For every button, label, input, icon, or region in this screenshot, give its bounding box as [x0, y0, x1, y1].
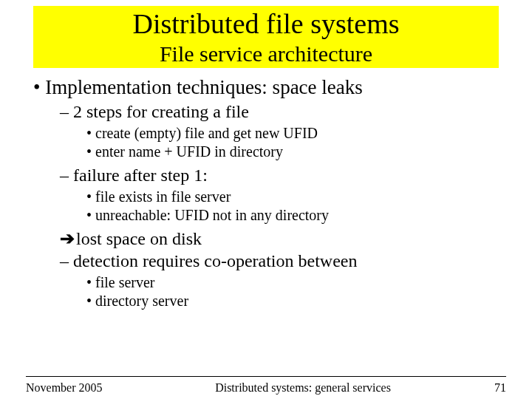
bullet-level3: file exists in file server: [86, 188, 499, 206]
footer-center: Distributed systems: general services: [144, 381, 462, 395]
bullet-level1: Implementation techniques: space leaks: [33, 75, 499, 100]
slide: Distributed file systems File service ar…: [0, 6, 532, 399]
page-number: 71: [462, 381, 506, 395]
bullet-level3: file server: [86, 273, 499, 292]
bullet-level3: create (empty) file and get new UFID: [86, 124, 499, 143]
bullet-level2: detection requires co-operation between: [60, 250, 499, 272]
footer-date: November 2005: [26, 381, 144, 395]
bullet-level3: directory server: [86, 292, 499, 310]
slide-subtitle: File service architecture: [33, 41, 499, 67]
bullet-level3: enter name + UFID in directory: [86, 143, 499, 161]
slide-title: Distributed file systems: [33, 9, 499, 40]
bullet-level2: failure after step 1:: [60, 164, 499, 186]
footer-row: November 2005 Distributed systems: gener…: [26, 381, 506, 395]
bullet-level2: 2 steps for creating a file: [60, 100, 499, 123]
footer-rule: [26, 376, 506, 377]
bullet-level2-arrow: lost space on disk: [60, 228, 499, 250]
bullet-level3: unreachable: UFID not in any directory: [86, 206, 499, 225]
content-body: Implementation techniques: space leaks 2…: [33, 75, 499, 310]
title-block: Distributed file systems File service ar…: [33, 6, 499, 68]
footer: November 2005 Distributed systems: gener…: [0, 376, 532, 395]
